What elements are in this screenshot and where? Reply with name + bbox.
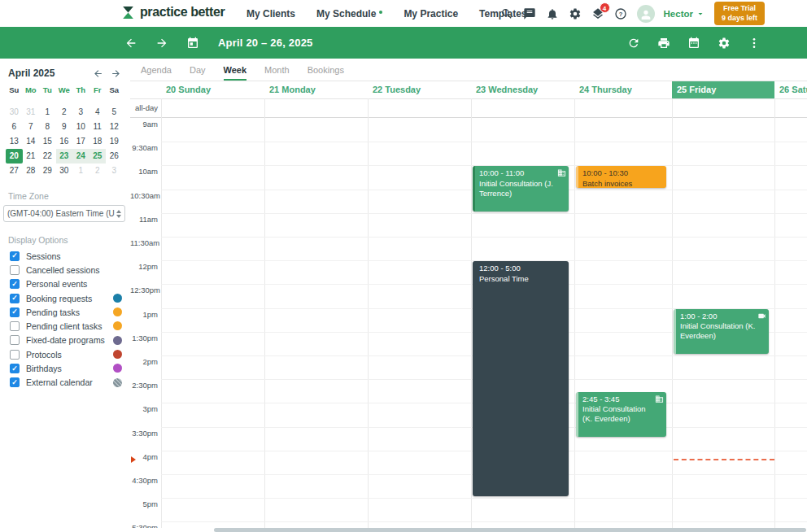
mini-calendar-day-7[interactable]: 7 [23,120,40,134]
mini-calendar-day-27[interactable]: 27 [6,164,23,178]
nav-item-my-clients[interactable]: My Clients [246,8,295,20]
settings-gear-icon[interactable] [569,7,582,20]
week-grid[interactable]: 9am9:30am10am10:30am11am11:30am12pm12:30… [130,118,807,528]
tab-week[interactable]: Week [224,59,247,81]
mini-calendar-day-2[interactable]: 2 [89,164,107,178]
display-option-cancelled-sessions[interactable]: Cancelled sessions [10,263,130,277]
checkbox-fixed-date-programs[interactable] [10,335,20,345]
mini-calendar-day-26[interactable]: 26 [106,149,123,164]
mini-calendar-day-29[interactable]: 29 [39,164,56,178]
checkbox-birthdays[interactable] [10,364,20,373]
avatar[interactable] [637,5,655,23]
nav-item-my-schedule[interactable]: My Schedule [316,8,382,20]
display-option-pending-tasks[interactable]: Pending tasks [10,305,130,319]
nav-item-my-practice[interactable]: My Practice [404,8,458,20]
checkbox-protocols[interactable] [10,350,20,360]
day-header-25-friday[interactable]: 25 Friday [672,81,774,98]
event-initial-consultation-j-terrence[interactable]: 10:00 - 11:00Initial Consultation (J. Te… [473,166,569,211]
mini-calendar-day-5[interactable]: 5 [106,105,123,120]
tab-day[interactable]: Day [190,59,206,81]
tab-agenda[interactable]: Agenda [141,59,172,81]
mini-calendar-day-19[interactable]: 19 [106,134,123,149]
checkbox-sessions[interactable] [10,251,20,261]
notifications-bell-icon[interactable] [546,7,560,20]
brand-logo[interactable]: practice better [121,5,225,20]
display-option-protocols[interactable]: Protocols [10,347,130,361]
checkbox-cancelled-sessions[interactable] [10,265,20,275]
mini-calendar-day-2[interactable]: 2 [56,105,73,120]
mini-calendar-next-icon[interactable] [111,68,122,79]
mini-calendar-day-21[interactable]: 21 [23,149,40,164]
mini-calendar-day-20[interactable]: 20 [6,149,23,164]
mini-calendar-day-3[interactable]: 3 [106,164,123,178]
inbox-stack-icon[interactable]: 4 [591,7,605,20]
timezone-select[interactable]: (GMT-04:00) Eastern Time (US [3,205,125,222]
all-day-row[interactable]: all-day [130,98,807,118]
more-options-kebab-icon[interactable] [747,36,761,50]
date-picker-calendar-icon[interactable] [185,36,200,50]
checkbox-pending-tasks[interactable] [10,307,20,317]
display-option-booking-requests[interactable]: Booking requests [10,291,130,305]
mini-calendar-day-1[interactable]: 1 [39,105,56,120]
mini-calendar-day-16[interactable]: 16 [56,134,73,149]
help-icon[interactable]: ? [614,7,628,20]
day-header-24-thursday[interactable]: 24 Thursday [574,81,672,98]
previous-week-arrow-icon[interactable] [124,36,138,50]
search-icon[interactable] [500,7,514,20]
mini-calendar-day-3[interactable]: 3 [72,105,89,120]
day-header-26-saturday[interactable]: 26 Saturday [774,81,807,98]
mini-calendar-day-8[interactable]: 8 [39,120,56,134]
mini-calendar-day-31[interactable]: 31 [23,105,40,120]
mini-calendar-day-18[interactable]: 18 [89,134,107,149]
mini-calendar-day-13[interactable]: 13 [6,134,23,149]
display-option-pending-client-tasks[interactable]: Pending client tasks [10,319,130,333]
mini-calendar-day-11[interactable]: 11 [89,120,107,134]
tab-month[interactable]: Month [264,59,290,81]
display-option-personal-events[interactable]: Personal events [10,277,130,291]
checkbox-booking-requests[interactable] [10,294,20,303]
display-option-fixed-date-programs[interactable]: Fixed-date programs [10,334,130,347]
office-icon [655,395,664,403]
mini-calendar-day-12[interactable]: 12 [106,120,123,134]
day-header-22-tuesday[interactable]: 22 Tuesday [368,81,471,98]
mini-calendar-prev-icon[interactable] [93,68,104,79]
mini-calendar-day-14[interactable]: 14 [23,134,40,149]
day-header-20-sunday[interactable]: 20 Sunday [161,81,264,98]
mini-calendar-day-1[interactable]: 1 [72,164,89,178]
mini-calendar-day-15[interactable]: 15 [39,134,56,149]
event-personal-time[interactable]: 12:00 - 5:00Personal Time [473,261,569,496]
user-menu[interactable]: Hector [664,9,705,19]
print-icon[interactable] [657,36,671,50]
display-option-external-calendar[interactable]: External calendar [10,376,130,390]
display-option-sessions[interactable]: Sessions [10,249,130,263]
mini-calendar-day-4[interactable]: 4 [89,105,107,120]
mini-calendar-day-24[interactable]: 24 [72,149,89,164]
mini-calendar-day-28[interactable]: 28 [23,164,40,178]
calendar-view-icon[interactable] [687,36,701,50]
checkbox-pending-client-tasks[interactable] [10,321,20,331]
refresh-icon[interactable] [626,36,641,50]
mini-calendar-day-23[interactable]: 23 [56,149,73,164]
display-option-birthdays[interactable]: Birthdays [10,361,130,375]
mini-calendar-day-25[interactable]: 25 [89,149,107,164]
mini-calendar-day-22[interactable]: 22 [39,149,56,164]
calendar-settings-gear-icon[interactable] [717,36,731,50]
day-header-23-wednesday[interactable]: 23 Wednesday [471,81,574,98]
checkbox-external-calendar[interactable] [10,377,20,387]
mini-calendar-day-6[interactable]: 6 [6,120,23,134]
tab-bookings[interactable]: Bookings [308,59,344,81]
checkbox-personal-events[interactable] [10,279,20,289]
next-week-arrow-icon[interactable] [155,36,169,50]
free-trial-button[interactable]: Free Trial 9 days left [714,2,765,25]
mini-calendar-day-30[interactable]: 30 [6,105,23,120]
day-header-21-monday[interactable]: 21 Monday [264,81,368,98]
mini-calendar-day-9[interactable]: 9 [56,120,73,134]
event-initial-consultation-k-everdeen[interactable]: 2:45 - 3:45Initial Consultation (K. Ever… [576,392,666,437]
mini-calendar-day-10[interactable]: 10 [72,120,89,134]
chat-icon[interactable] [523,7,537,20]
event-initial-consultation-k-everdeen[interactable]: 1:00 - 2:00Initial Consultation (K. Ever… [674,309,769,354]
mini-calendar-day-17[interactable]: 17 [72,134,89,149]
horizontal-scrollbar[interactable] [214,528,806,532]
mini-calendar-day-30[interactable]: 30 [56,164,73,178]
event-batch-invoices[interactable]: 10:00 - 10:30Batch invoices [576,166,666,187]
